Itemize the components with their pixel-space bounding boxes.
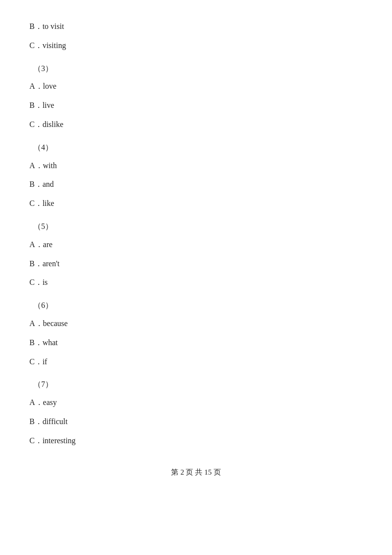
item-q5-c-text: C．is [29, 278, 48, 286]
item-q7-c: C．interesting [29, 434, 363, 448]
question-6-number: （6） [29, 299, 363, 313]
item-q6-c-text: C．if [29, 357, 47, 366]
question-5-number: （5） [29, 220, 363, 234]
question-4-number: （4） [29, 141, 363, 155]
content-area: B．to visit C．visiting （3） A．love B．live … [29, 20, 363, 477]
item-q4-a-text: A．with [29, 161, 57, 170]
q7-label: （7） [33, 380, 53, 388]
question-3-number: （3） [29, 62, 363, 76]
item-q3-a: A．love [29, 79, 363, 94]
item-q4-b: B．and [29, 177, 363, 192]
q3-label: （3） [33, 64, 53, 73]
item-c-visiting: C．visiting [29, 39, 363, 53]
item-q6-b: B．what [29, 336, 363, 350]
item-q5-b-text: B．aren't [29, 259, 60, 268]
item-q7-b: B．difficult [29, 415, 363, 429]
item-q4-c: C．like [29, 197, 363, 211]
item-q5-a-text: A．are [29, 240, 52, 249]
q6-label: （6） [33, 301, 53, 309]
item-q4-b-text: B．and [29, 180, 54, 188]
item-b-to-visit-text: B．to visit [29, 22, 64, 30]
q5-label: （5） [33, 222, 53, 230]
item-q3-a-text: A．love [29, 82, 56, 90]
item-q6-b-text: B．what [29, 338, 58, 347]
question-7-number: （7） [29, 378, 363, 392]
q4-label: （4） [33, 143, 53, 151]
item-b-to-visit: B．to visit [29, 20, 363, 34]
item-q6-a-text: A．because [29, 319, 68, 328]
item-q4-a: A．with [29, 159, 363, 173]
item-c-visiting-text: C．visiting [29, 41, 66, 50]
footer-text: 第 2 页 共 15 页 [171, 468, 220, 476]
item-q7-a: A．easy [29, 396, 363, 410]
item-q5-c: C．is [29, 276, 363, 290]
item-q6-a: A．because [29, 317, 363, 331]
page-footer: 第 2 页 共 15 页 [29, 468, 363, 477]
item-q3-b-text: B．live [29, 101, 54, 109]
item-q3-c: C．dislike [29, 118, 363, 132]
item-q7-c-text: C．interesting [29, 436, 75, 445]
item-q3-b: B．live [29, 99, 363, 113]
item-q7-b-text: B．difficult [29, 417, 68, 426]
item-q7-a-text: A．easy [29, 398, 57, 406]
item-q5-b: B．aren't [29, 257, 363, 271]
item-q6-c: C．if [29, 355, 363, 369]
item-q5-a: A．are [29, 238, 363, 252]
item-q4-c-text: C．like [29, 199, 54, 207]
item-q3-c-text: C．dislike [29, 120, 63, 128]
